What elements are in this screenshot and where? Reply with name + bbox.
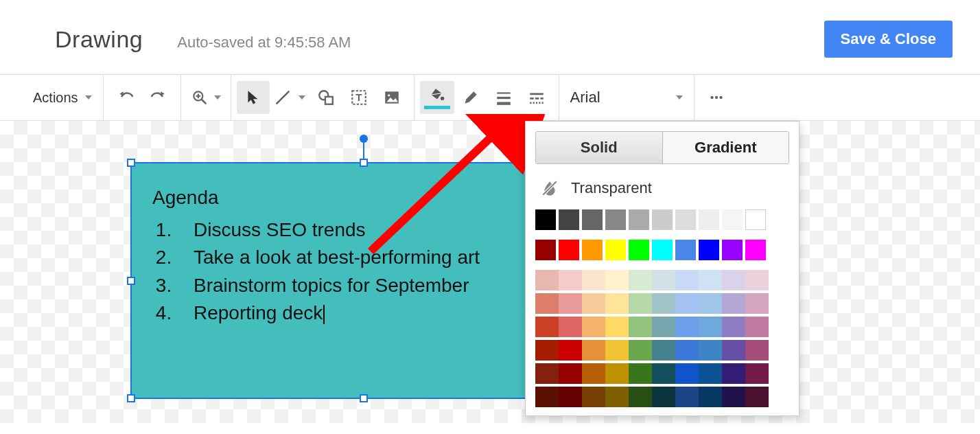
resize-handle-s[interactable] — [360, 394, 368, 402]
undo-button[interactable] — [109, 81, 142, 114]
tab-solid[interactable]: Solid — [536, 132, 662, 163]
font-menu[interactable]: Arial — [565, 81, 688, 114]
color-swatch[interactable] — [722, 293, 745, 314]
color-swatch[interactable] — [629, 387, 652, 407]
line-tool[interactable] — [270, 81, 310, 114]
color-swatch[interactable] — [699, 363, 722, 384]
color-swatch[interactable] — [535, 363, 559, 384]
shape-tool[interactable] — [310, 81, 342, 114]
color-swatch[interactable] — [582, 293, 605, 314]
color-swatch[interactable] — [605, 387, 629, 407]
tab-gradient[interactable]: Gradient — [662, 132, 789, 163]
color-swatch[interactable] — [675, 240, 696, 260]
drawing-canvas[interactable]: Agenda Discuss SEO trends Take a look at… — [0, 121, 980, 423]
color-swatch[interactable] — [629, 209, 649, 230]
color-swatch[interactable] — [722, 317, 745, 337]
color-swatch[interactable] — [629, 293, 652, 314]
color-swatch[interactable] — [652, 240, 673, 260]
color-swatch[interactable] — [582, 340, 605, 361]
color-swatch[interactable] — [535, 317, 559, 337]
more-button[interactable] — [700, 81, 733, 114]
color-swatch[interactable] — [629, 240, 649, 260]
color-swatch[interactable] — [559, 317, 582, 337]
color-swatch[interactable] — [699, 340, 722, 361]
color-swatch[interactable] — [652, 293, 675, 314]
color-swatch[interactable] — [605, 363, 629, 384]
color-swatch[interactable] — [605, 340, 629, 361]
line-weight-button[interactable] — [487, 81, 520, 114]
color-swatch[interactable] — [652, 340, 675, 361]
color-swatch[interactable] — [629, 363, 652, 384]
color-swatch[interactable] — [675, 340, 699, 361]
zoom-button[interactable] — [187, 81, 225, 114]
resize-handle-sw[interactable] — [127, 394, 135, 402]
redo-button[interactable] — [142, 81, 175, 114]
color-swatch[interactable] — [699, 209, 719, 230]
color-swatch[interactable] — [699, 240, 719, 260]
color-swatch[interactable] — [652, 270, 675, 290]
color-swatch[interactable] — [722, 270, 745, 290]
color-swatch[interactable] — [605, 209, 626, 230]
actions-menu[interactable]: Actions — [27, 81, 97, 114]
color-swatch[interactable] — [722, 209, 743, 230]
resize-handle-n[interactable] — [360, 159, 368, 167]
color-swatch[interactable] — [675, 209, 696, 230]
color-swatch[interactable] — [605, 240, 626, 260]
color-swatch[interactable] — [722, 340, 745, 361]
textbox-tool[interactable]: T — [342, 81, 375, 114]
color-swatch[interactable] — [605, 270, 629, 290]
color-swatch[interactable] — [699, 270, 722, 290]
color-swatch[interactable] — [559, 209, 579, 230]
color-swatch[interactable] — [699, 317, 722, 337]
color-swatch[interactable] — [559, 293, 582, 314]
color-swatch[interactable] — [722, 363, 745, 384]
color-swatch[interactable] — [535, 209, 556, 230]
color-swatch[interactable] — [652, 363, 675, 384]
color-swatch[interactable] — [745, 209, 766, 230]
line-color-button[interactable] — [454, 81, 487, 114]
save-and-close-button[interactable]: Save & Close — [824, 21, 953, 58]
color-swatch[interactable] — [652, 209, 673, 230]
color-swatch[interactable] — [582, 363, 605, 384]
color-swatch[interactable] — [535, 387, 559, 407]
color-swatch[interactable] — [559, 270, 582, 290]
color-swatch[interactable] — [582, 387, 605, 407]
resize-handle-w[interactable] — [127, 277, 135, 285]
resize-handle-nw[interactable] — [127, 159, 135, 167]
color-swatch[interactable] — [535, 340, 559, 361]
color-swatch[interactable] — [675, 387, 699, 407]
color-swatch[interactable] — [722, 387, 745, 407]
color-swatch[interactable] — [629, 270, 652, 290]
color-swatch[interactable] — [745, 270, 769, 290]
line-dash-button[interactable] — [520, 81, 553, 114]
color-swatch[interactable] — [722, 240, 743, 260]
color-swatch[interactable] — [699, 293, 722, 314]
color-swatch[interactable] — [535, 270, 559, 290]
color-swatch[interactable] — [535, 240, 556, 260]
color-swatch[interactable] — [675, 317, 699, 337]
color-swatch[interactable] — [605, 293, 629, 314]
color-swatch[interactable] — [582, 209, 603, 230]
color-swatch[interactable] — [559, 240, 579, 260]
color-swatch[interactable] — [559, 340, 582, 361]
color-swatch[interactable] — [745, 340, 769, 361]
select-tool[interactable] — [237, 81, 270, 114]
color-swatch[interactable] — [699, 387, 722, 407]
color-swatch[interactable] — [535, 293, 559, 314]
transparent-option[interactable]: Transparent — [535, 175, 789, 209]
color-swatch[interactable] — [745, 387, 769, 407]
color-swatch[interactable] — [745, 317, 769, 337]
color-swatch[interactable] — [559, 387, 582, 407]
rotate-handle[interactable] — [360, 135, 368, 143]
color-swatch[interactable] — [745, 363, 769, 384]
color-swatch[interactable] — [745, 240, 766, 260]
color-swatch[interactable] — [559, 363, 582, 384]
color-swatch[interactable] — [629, 317, 652, 337]
color-swatch[interactable] — [582, 240, 603, 260]
color-swatch[interactable] — [605, 317, 629, 337]
color-swatch[interactable] — [582, 270, 605, 290]
color-swatch[interactable] — [675, 270, 699, 290]
image-tool[interactable] — [375, 81, 408, 114]
color-swatch[interactable] — [652, 387, 675, 407]
color-swatch[interactable] — [745, 293, 769, 314]
